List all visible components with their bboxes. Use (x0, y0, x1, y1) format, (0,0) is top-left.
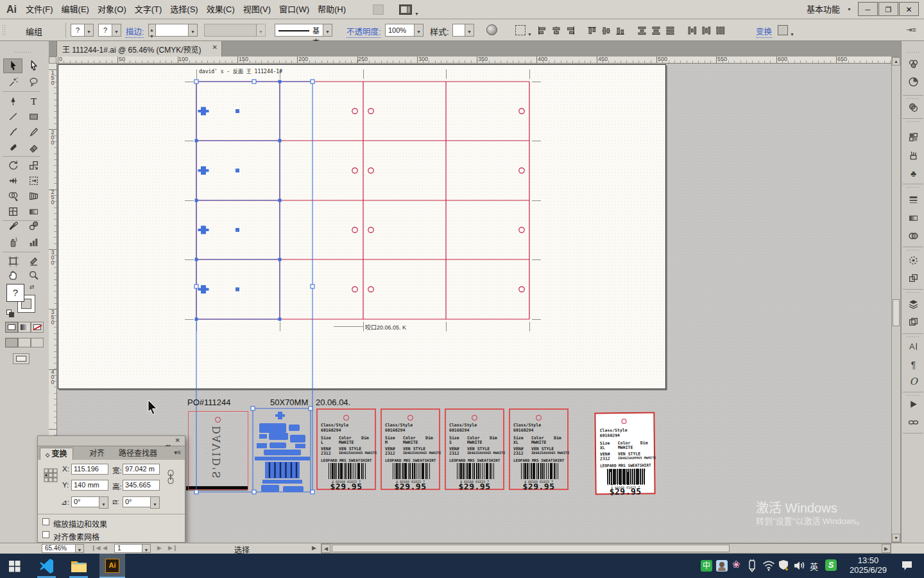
mesh-tool[interactable] (3, 204, 22, 219)
tab-pathfinder[interactable]: 路径查找器 (114, 448, 162, 460)
style-arrow-icon[interactable] (465, 24, 474, 37)
menu-object[interactable]: 对象(O) (98, 0, 126, 19)
transform-panel-link[interactable]: 变换 (756, 25, 772, 38)
ime-chinese-tray-icon[interactable]: 中 (701, 560, 712, 572)
vscode-taskbar-icon[interactable] (38, 558, 55, 574)
fill-proxy-button[interactable]: ? (71, 24, 85, 37)
dock-grip[interactable] (906, 121, 920, 123)
opacity-arrow-icon[interactable] (414, 24, 424, 37)
swatches-panel-icon[interactable] (907, 101, 920, 114)
artboards-panel-icon[interactable] (907, 316, 920, 328)
menu-window[interactable]: 窗口(W) (279, 0, 309, 19)
direct-selection-tool[interactable] (24, 58, 43, 73)
stroke-width-arrow-icon[interactable] (188, 24, 198, 37)
align-buttons[interactable] (538, 26, 743, 35)
perspective-grid-tool[interactable] (24, 189, 43, 204)
flower-tray-icon[interactable]: ❀ (732, 559, 740, 570)
brush-definition-arrow-icon[interactable] (323, 24, 332, 37)
y-field[interactable]: 140 mm (71, 480, 108, 491)
status-expand-icon[interactable]: ▶ (312, 545, 316, 551)
rotate-field[interactable]: 0° (71, 496, 99, 507)
ruler-corner[interactable] (49, 57, 56, 64)
opacity-field[interactable]: 100% (385, 24, 415, 37)
user-avatar-tray-icon[interactable] (716, 560, 728, 572)
artboard-arrow-icon[interactable] (142, 544, 151, 553)
type-tool[interactable] (24, 94, 43, 109)
price-tag-2[interactable]: Class/Style 60160294 Size Color Dim M MW… (381, 408, 440, 490)
pen-tool[interactable] (3, 94, 22, 109)
constrain-proportions-icon[interactable] (165, 469, 176, 486)
brushes-panel-icon[interactable] (907, 149, 920, 161)
panel-close-icon[interactable]: ✕ (175, 437, 180, 444)
price-tag-4[interactable]: Class/Style 60160294 Size Color Dim XL M… (509, 408, 569, 490)
line-segment-tool[interactable] (3, 109, 22, 124)
scale-strokes-checkbox[interactable] (42, 518, 49, 525)
vertical-scrollbar[interactable] (891, 57, 901, 543)
price-tag-3[interactable]: Class/Style 60160294 Size Color Dim S MW… (445, 408, 504, 490)
stroke-width-field[interactable] (155, 24, 189, 37)
tab-transform[interactable]: ◇ 变换 (40, 448, 73, 460)
eraser-tool[interactable] (24, 140, 43, 155)
control-bar-grip[interactable] (2, 24, 5, 36)
drawing-mode-buttons[interactable] (5, 338, 44, 347)
character-panel-icon[interactable] (907, 340, 920, 353)
rotate-arrow-icon[interactable] (99, 496, 108, 509)
pencil-tool[interactable] (24, 125, 43, 139)
select-panel-icon[interactable] (907, 254, 920, 267)
shape-options-icon[interactable] (778, 25, 788, 35)
align-pixel-grid-checkbox[interactable] (42, 531, 49, 538)
stroke-proxy-button[interactable]: ? (98, 24, 112, 37)
arrange-documents-icon[interactable] (399, 4, 412, 15)
eyedropper-tool[interactable] (3, 218, 22, 233)
taskbar-clock[interactable]: 13:50 2025/6/29 (846, 556, 891, 575)
selection-tool[interactable] (3, 58, 22, 73)
usb-tray-icon[interactable] (747, 559, 757, 572)
shear-field[interactable]: 0° (123, 496, 151, 507)
minimize-button[interactable] (858, 2, 878, 16)
artboard-tool[interactable] (3, 254, 22, 268)
stroke-dropdown-icon[interactable] (112, 24, 121, 37)
menu-view[interactable]: 视图(V) (243, 0, 271, 19)
slice-tool[interactable] (24, 254, 43, 268)
menu-file[interactable]: 文件(F) (26, 0, 53, 19)
magic-wand-tool[interactable] (3, 74, 22, 89)
menu-type[interactable]: 文字(T) (135, 0, 162, 19)
actions-panel-icon[interactable] (907, 398, 920, 410)
dock-grip[interactable] (906, 292, 920, 294)
artboard-number-field[interactable]: 1 (114, 544, 142, 553)
opacity-link[interactable]: 不透明度: (346, 25, 381, 38)
zoom-field[interactable]: 65.46% (42, 544, 76, 553)
defender-tray-icon[interactable]: ! (778, 559, 791, 572)
zoom-arrow-icon[interactable] (75, 544, 84, 553)
brand-tag-back[interactable]: DAVID'S . . . . . (188, 411, 248, 490)
proof-tag[interactable]: Class/Style 60160294 Size Color Dim XL M… (594, 412, 655, 495)
zoom-tool[interactable] (24, 268, 43, 283)
tools-grip[interactable] (14, 51, 31, 54)
free-transform-tool[interactable] (24, 173, 43, 188)
control-panel-menu-icon[interactable]: ⇥≡ (906, 26, 916, 34)
tab-align[interactable]: 对齐 (84, 448, 110, 460)
document-tab[interactable]: 王 111244-1#.ai @ 65.46% (CMYK/预览) ✕ (56, 41, 222, 57)
swatch-groups-panel-icon[interactable] (907, 131, 920, 143)
volume-tray-icon[interactable] (794, 560, 807, 572)
horizontal-ruler[interactable]: 0 50 100 150 200 250 300 350 400 450 500… (56, 57, 891, 64)
blend-tool[interactable] (24, 218, 43, 233)
first-page-icon[interactable]: ❙◀ (91, 545, 100, 551)
dock-grip[interactable] (906, 249, 920, 252)
rectangle-tool[interactable] (24, 109, 43, 124)
arrange-documents-arrow-icon[interactable] (415, 6, 419, 18)
shear-arrow-icon[interactable] (150, 496, 160, 509)
action-center-icon[interactable] (902, 561, 913, 571)
links-panel-icon[interactable] (907, 416, 920, 428)
menu-effect[interactable]: 效果(C) (207, 0, 235, 19)
transform-panel-titlebar[interactable]: ✕ (37, 435, 185, 446)
ime-lang-tray-icon[interactable]: 英 (810, 560, 818, 572)
width-tool[interactable] (3, 173, 22, 188)
color-panel-icon[interactable] (907, 58, 920, 70)
opentype-panel-icon[interactable] (907, 375, 920, 387)
scale-tool[interactable] (24, 158, 43, 173)
fill-stroke-proxy[interactable]: ? ⇄ (6, 284, 38, 317)
price-tag-1[interactable]: Class/Style 60160294 Size Color Dim L MW… (316, 408, 376, 490)
style-field[interactable] (452, 24, 465, 37)
brush-definition-field[interactable]: 基本 (275, 24, 323, 37)
